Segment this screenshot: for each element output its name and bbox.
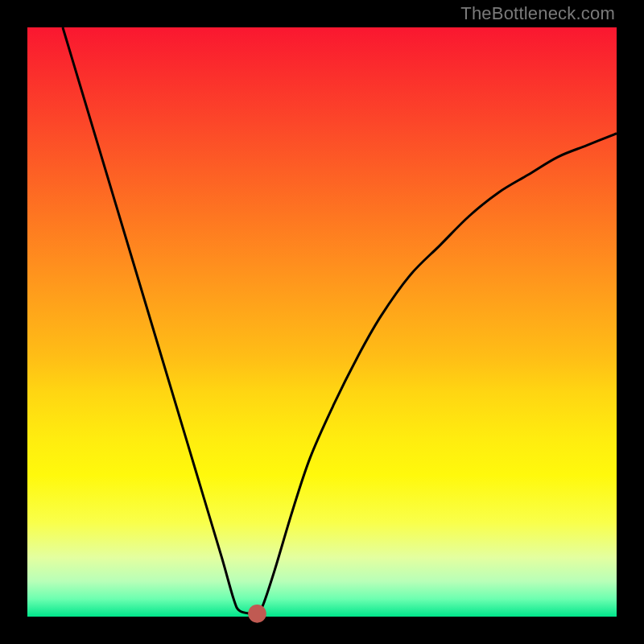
curve-minimum-marker bbox=[248, 605, 266, 623]
watermark-text: TheBottleneck.com bbox=[460, 3, 615, 24]
plot-area bbox=[27, 27, 617, 617]
curve-path bbox=[63, 27, 617, 614]
bottleneck-curve bbox=[27, 27, 617, 617]
chart-frame: TheBottleneck.com bbox=[0, 0, 644, 644]
